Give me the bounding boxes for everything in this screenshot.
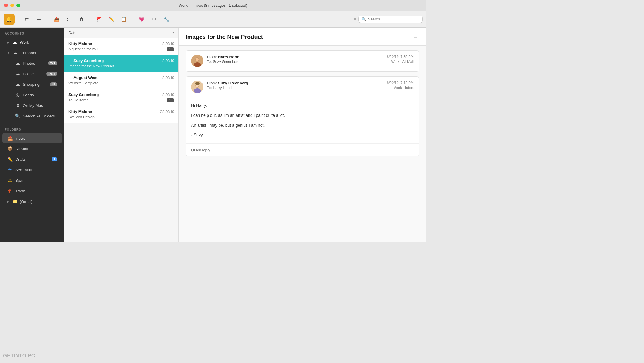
svg-point-2: [194, 62, 201, 67]
reply-all-icon: ⇇: [25, 16, 29, 22]
message-header: Kitty Malone 🖇 8/20/19: [68, 109, 174, 114]
sidebar-item-trash[interactable]: 🗑 Trash: [2, 186, 62, 196]
plugins-icon: 🔧: [163, 16, 169, 22]
sort-label: Date: [68, 30, 172, 35]
detail-menu-button[interactable]: ≡: [411, 33, 419, 41]
edit-icon: ✏️: [109, 16, 114, 22]
reply-arrow-icon: ←: [68, 76, 72, 80]
work-icon: ☁: [12, 39, 18, 45]
sidebar-item-inbox[interactable]: 📥 Inbox: [2, 133, 62, 143]
toolbar-separator-3: [90, 15, 90, 23]
navigation-buttons: ⇇ ➦: [21, 14, 45, 25]
maximize-button[interactable]: [16, 4, 20, 7]
sent-icon: ✈: [7, 167, 13, 173]
message-date: 8/20/19: [162, 42, 174, 46]
message-header: Suzy Greenberg 8/20/19: [68, 93, 174, 97]
email-folder-tag: Work - Inbox: [387, 86, 414, 90]
action-buttons: 📥 🏷 🗑: [51, 14, 87, 25]
message-date: 8/20/19: [162, 110, 174, 114]
feeds-icon: ◎: [15, 92, 20, 98]
photos-icon: ☁: [15, 60, 20, 66]
sidebar-item-feeds[interactable]: ◎ Feeds: [2, 90, 62, 100]
forward-icon: ➦: [37, 16, 41, 22]
message-item[interactable]: Kitty Malone 🖇 8/20/19 Re: Icon Design: [64, 106, 178, 123]
email-from-line: From: Suzy Greenberg: [207, 81, 383, 85]
drafts-icon: ✏️: [7, 156, 13, 162]
edit-button[interactable]: ✏️: [106, 14, 117, 25]
toolbar: 🔔 ⇇ ➦ 📥 🏷 🗑 🚩 ✏️ 📋: [0, 11, 426, 28]
quick-reply-area[interactable]: [186, 143, 419, 156]
from-label: From:: [207, 81, 218, 85]
gmail-label: [Gmail]: [20, 199, 57, 204]
photos-label: Photos: [23, 61, 46, 66]
svg-point-6: [194, 88, 201, 93]
contacts-button[interactable]: 💗: [136, 14, 148, 25]
email-folder-tag: Work - All Mail: [387, 60, 414, 64]
sidebar-item-politics[interactable]: ☁ Politics 1424: [2, 69, 62, 79]
sidebar-item-photos[interactable]: ☁ Photos 271: [2, 58, 62, 68]
sidebar-item-personal[interactable]: ▼ ☁ Personal: [2, 48, 62, 58]
labels-icon: 📋: [121, 16, 127, 22]
politics-icon: ☁: [15, 71, 20, 77]
message-item[interactable]: ← Suzy Greenberg 8/20/19 Images for the …: [64, 55, 178, 72]
toolbar-separator-1: [18, 15, 18, 23]
plugins-button[interactable]: 🔧: [160, 14, 172, 25]
message-meta: Images for the New Product: [68, 64, 174, 68]
sidebar-item-on-my-mac[interactable]: 🖥 On My Mac: [2, 100, 62, 110]
email-header-right: 8/20/19, 7:35 PM Work - All Mail: [387, 55, 414, 64]
message-item[interactable]: ← August West 8/20/19 Website Complete: [64, 72, 178, 89]
all-mail-icon: 📦: [7, 146, 13, 152]
account-icon: 🔔: [6, 16, 12, 23]
delete-button[interactable]: 🗑: [76, 14, 87, 25]
trash-icon: 🗑: [7, 188, 13, 194]
svg-point-3: [196, 58, 199, 61]
reply-all-button[interactable]: ⇇: [21, 14, 32, 25]
message-item[interactable]: Kitty Malone 8/20/19 A question for you.…: [64, 38, 178, 55]
sidebar-item-shopping[interactable]: ☁ Shopping 81: [2, 79, 62, 89]
to-name: Harry Hood: [213, 86, 232, 90]
sidebar-item-drafts[interactable]: ✏️ Drafts 1: [2, 154, 62, 164]
close-button[interactable]: [4, 4, 8, 7]
sent-label: Sent Mail: [15, 168, 57, 172]
sidebar-item-all-mail[interactable]: 📦 All Mail: [2, 144, 62, 154]
message-sender: Suzy Greenberg: [68, 93, 162, 97]
avatar: [191, 55, 203, 67]
politics-badge: 1424: [46, 72, 57, 76]
sidebar-item-work[interactable]: ▶ ☁ Work: [2, 37, 62, 47]
sidebar-item-gmail[interactable]: ▶ 📁 [Gmail]: [2, 196, 62, 206]
from-name: Suzy Greenberg: [218, 81, 249, 85]
message-item[interactable]: Suzy Greenberg 8/20/19 To-Do Items 2 ›: [64, 89, 178, 106]
email-detail: Images for the New Product ≡: [179, 28, 426, 242]
message-meta: A question for you... 3 ›: [68, 47, 174, 51]
search-box[interactable]: 🔍: [358, 16, 423, 23]
drafts-label: Drafts: [15, 157, 49, 162]
archive-button[interactable]: 📥: [51, 14, 63, 25]
message-preview: A question for you...: [68, 47, 167, 51]
main-content: Accounts ▶ ☁ Work ▼ ☁ Personal ☁ Photos …: [0, 28, 426, 242]
sidebar-item-spam[interactable]: ⚠ Spam: [2, 175, 62, 185]
minimize-button[interactable]: [10, 4, 14, 7]
window-title: Work — Inbox (8 messages | 1 selected): [179, 3, 247, 8]
expand-arrow-work: ▶: [7, 41, 9, 44]
account-button[interactable]: 🔔: [4, 14, 15, 25]
flag-orange-button[interactable]: 🏷: [63, 14, 75, 25]
message-meta: Website Complete: [68, 81, 174, 85]
mac-label: On My Mac: [23, 103, 57, 108]
message-sender: Kitty Malone: [68, 42, 162, 46]
mark-button[interactable]: 🚩: [93, 14, 105, 25]
forward-button[interactable]: ➦: [33, 14, 45, 25]
message-sender: Suzy Greenberg: [73, 59, 162, 63]
filters-button[interactable]: ⚙: [148, 14, 160, 25]
spam-icon: ⚠: [7, 177, 13, 183]
sidebar-item-sent[interactable]: ✈ Sent Mail: [2, 165, 62, 175]
search-area: 🔍: [354, 16, 423, 23]
labels-button[interactable]: 📋: [118, 14, 130, 25]
shopping-badge: 81: [50, 82, 57, 86]
work-label: Work: [20, 40, 57, 44]
sidebar-item-search-all[interactable]: 🔍 Search All Folders: [2, 111, 62, 121]
from-name: Harry Hood: [218, 55, 240, 59]
email-header-right: 8/20/19, 7:12 PM Work - Inbox: [387, 81, 414, 90]
window-controls: [4, 4, 20, 7]
search-input[interactable]: [368, 17, 419, 21]
quick-reply-input[interactable]: [191, 148, 414, 152]
